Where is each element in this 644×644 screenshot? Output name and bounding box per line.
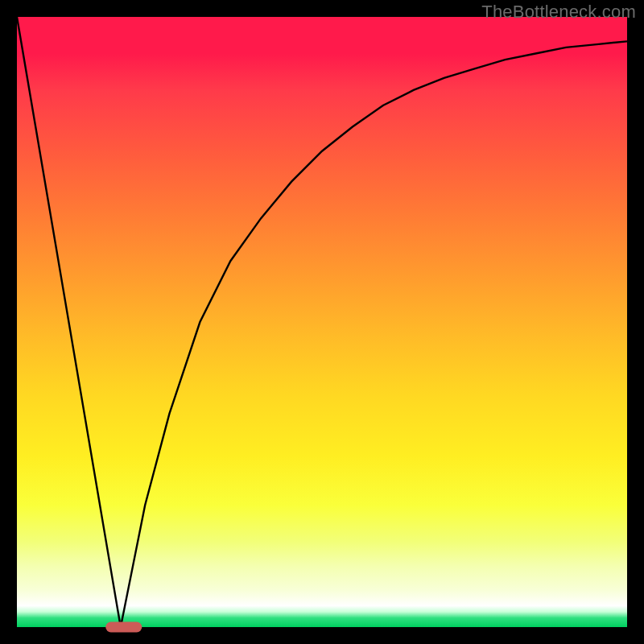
bottleneck-curve [17,17,627,627]
minimum-marker [105,622,142,633]
watermark-text: TheBottleneck.com [481,2,636,23]
curve-path [17,17,627,627]
plot-area [17,17,627,627]
chart-frame: TheBottleneck.com [0,0,644,644]
